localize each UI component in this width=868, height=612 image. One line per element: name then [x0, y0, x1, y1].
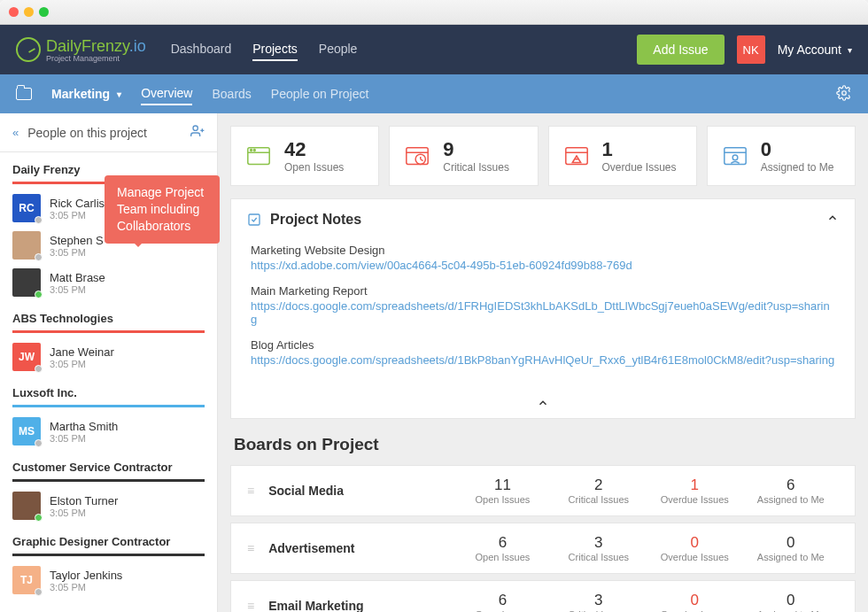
stat-card[interactable]: 42 Open Issues [230, 126, 379, 186]
boards-section-title: Boards on Project [234, 435, 856, 454]
note-title: Marketing Website Design [251, 244, 835, 257]
subnav-boards[interactable]: Boards [212, 83, 251, 105]
board-critical-value: 3 [551, 592, 647, 609]
board-critical-label: Critical Issues [551, 552, 647, 562]
logo-text-3: .io [129, 37, 146, 55]
add-person-icon[interactable] [190, 124, 205, 141]
person-row[interactable]: JWJane Weinar3:05 PM [0, 338, 217, 376]
company-color-bar [12, 554, 205, 556]
board-assigned-label: Assigned to Me [743, 552, 839, 562]
minimize-icon[interactable] [24, 7, 34, 17]
main-content: 42 Open Issues 9 Critical Issues 1 Overd… [218, 113, 868, 612]
person-name: Taylor Jenkins [50, 569, 122, 582]
nav-projects[interactable]: Projects [252, 38, 298, 61]
stat-card[interactable]: 9 Critical Issues [389, 126, 538, 186]
board-overdue-value: 0 [647, 534, 742, 552]
svg-point-17 [732, 155, 738, 160]
person-time: 3:05 PM [50, 247, 104, 258]
stat-icon [244, 143, 274, 169]
svg-point-1 [193, 126, 198, 130]
status-dot-icon [35, 253, 43, 261]
company-header: Infobizzzz [0, 599, 217, 612]
svg-rect-18 [249, 214, 260, 225]
board-overdue-value: 0 [647, 592, 742, 609]
person-avatar: RC [12, 194, 41, 222]
user-avatar[interactable]: NK [737, 35, 765, 64]
add-issue-button[interactable]: Add Issue [637, 35, 724, 65]
board-open-value: 11 [454, 476, 550, 494]
subnav-overview[interactable]: Overview [141, 82, 192, 105]
svg-point-0 [842, 90, 847, 95]
board-open-label: Open Issues [454, 552, 550, 562]
collapse-panel-icon[interactable] [826, 212, 839, 228]
board-assigned-value: 0 [743, 592, 839, 609]
status-dot-icon [35, 365, 43, 373]
person-avatar: MS [12, 417, 41, 445]
drag-handle-icon[interactable]: ≡ [247, 541, 254, 555]
person-row[interactable]: Elston Turner3:05 PM [0, 487, 217, 524]
person-time: 3:05 PM [50, 433, 118, 444]
person-avatar: JW [12, 343, 41, 371]
board-critical-label: Critical Issues [551, 494, 647, 505]
collapse-sidebar-icon[interactable]: « [12, 126, 19, 139]
person-time: 3:05 PM [50, 582, 122, 593]
subnav-people[interactable]: People on Project [271, 83, 369, 105]
person-avatar: TJ [12, 566, 41, 594]
board-overdue-value: 1 [647, 476, 742, 494]
board-row[interactable]: ≡ Email Marketing 6Open Issues 3Critical… [230, 580, 856, 612]
callout-tooltip: Manage Project Team including Collaborat… [105, 175, 220, 244]
svg-line-12 [421, 159, 423, 161]
note-link[interactable]: https://docs.google.com/spreadsheets/d/1… [251, 299, 835, 326]
note-title: Main Marketing Report [251, 284, 835, 298]
board-row[interactable]: ≡ Advertisement 6Open Issues 3Critical I… [230, 523, 856, 574]
folder-icon [16, 88, 32, 100]
board-assigned-value: 6 [743, 476, 839, 494]
note-link[interactable]: https://xd.adobe.com/view/00ac4664-5c04-… [251, 259, 835, 272]
person-time: 3:05 PM [50, 210, 105, 221]
drag-handle-icon[interactable]: ≡ [247, 599, 254, 612]
stat-label: Assigned to Me [761, 161, 834, 174]
project-selector[interactable]: Marketing [51, 87, 121, 101]
board-row[interactable]: ≡ Social Media 11Open Issues 2Critical I… [230, 465, 856, 516]
logo-text-2: Frenzy [81, 37, 129, 55]
svg-point-6 [251, 150, 252, 151]
board-name: Email Marketing [268, 599, 454, 612]
company-color-bar [12, 330, 205, 333]
nav-dashboard[interactable]: Dashboard [171, 38, 232, 61]
board-open-value: 6 [454, 534, 550, 552]
company-header: ABS Technologies [0, 301, 217, 327]
board-open-value: 6 [454, 592, 550, 609]
person-row[interactable]: TJTaylor Jenkins3:05 PM [0, 562, 217, 599]
board-name: Advertisement [268, 541, 454, 555]
note-link[interactable]: https://docs.google.com/spreadsheets/d/1… [251, 353, 835, 367]
my-account-menu[interactable]: My Account [778, 43, 852, 57]
person-row[interactable]: Matt Brase3:05 PM [0, 264, 217, 301]
board-critical-value: 3 [551, 534, 647, 552]
person-time: 3:05 PM [50, 359, 114, 369]
board-open-label: Open Issues [454, 494, 550, 505]
logo[interactable]: DailyFrenzy.io Project Management [16, 37, 146, 63]
stat-value: 0 [761, 138, 834, 161]
status-dot-icon [35, 439, 43, 447]
person-row[interactable]: MSMartha Smith3:05 PM [0, 413, 217, 450]
stat-card[interactable]: 0 Assigned to Me [707, 126, 856, 186]
stat-icon [720, 143, 750, 169]
person-time: 3:05 PM [50, 284, 105, 295]
person-name: Jane Weinar [50, 345, 114, 359]
person-avatar [12, 268, 41, 297]
board-overdue-label: Overdue Issues [647, 552, 742, 562]
board-assigned-value: 0 [743, 534, 839, 552]
board-name: Social Media [268, 484, 454, 498]
company-header: Graphic Designer Contractor [0, 524, 217, 550]
company-header: Luxsoft Inc. [0, 376, 217, 401]
logo-icon [16, 37, 41, 62]
maximize-icon[interactable] [39, 7, 49, 17]
drag-handle-icon[interactable]: ≡ [247, 484, 254, 498]
nav-people[interactable]: People [319, 38, 358, 61]
close-icon[interactable] [9, 7, 19, 17]
notes-collapse-toggle[interactable] [231, 391, 855, 418]
project-subnav: Marketing Overview Boards People on Proj… [0, 74, 868, 113]
stat-card[interactable]: 1 Overdue Issues [548, 126, 697, 186]
settings-icon[interactable] [836, 85, 852, 104]
svg-point-7 [253, 150, 255, 151]
